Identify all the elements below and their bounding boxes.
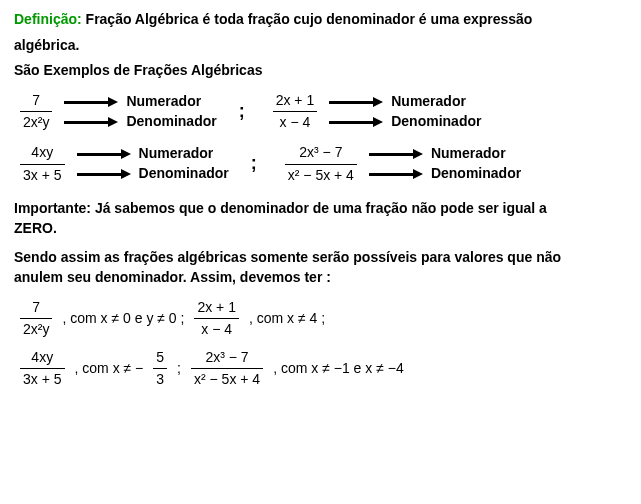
condition-row-1: 7 2x²y , com x ≠ 0 e y ≠ 0 ; 2x + 1 x − … xyxy=(14,298,627,340)
arrow-icon xyxy=(77,150,131,158)
denominator-label: Denominador xyxy=(431,164,521,184)
numerator-label: Numerador xyxy=(391,92,466,112)
fraction-4: 2x³ − 7 x² − 5x + 4 xyxy=(285,143,357,185)
important-line1: Já sabemos que o denominador de uma fraç… xyxy=(95,200,547,216)
arrow-icon xyxy=(64,118,118,126)
arrow-icon xyxy=(329,98,383,106)
condition-intro: Sendo assim as frações algébricas soment… xyxy=(14,248,627,287)
cond-text-2: , com x ≠ 4 ; xyxy=(249,309,325,329)
cond-fraction-1: 7 2x²y xyxy=(20,298,52,340)
fraction-1-denominator: 2x²y xyxy=(20,113,52,133)
denominator-label: Denominador xyxy=(139,164,229,184)
fraction-4-numerator: 2x³ − 7 xyxy=(296,143,345,163)
inline-fraction-5-3: 5 3 xyxy=(153,348,167,390)
example-1: 7 2x²y Numerador Denominador xyxy=(14,91,217,133)
definition-line: Definição: Fração Algébrica é toda fraçã… xyxy=(14,10,627,30)
definition-label: Definição: xyxy=(14,11,82,27)
denominator-label: Denominador xyxy=(391,112,481,132)
important-paragraph: Importante: Já sabemos que o denominador… xyxy=(14,199,627,238)
condition-line2: anulem seu denominador. Assim, devemos t… xyxy=(14,269,331,285)
fraction-2-denominator: x − 4 xyxy=(277,113,314,133)
important-line2: ZERO. xyxy=(14,220,57,236)
example-2: 2x + 1 x − 4 Numerador Denominador xyxy=(267,91,482,133)
definition-text-b: algébrica. xyxy=(14,36,627,56)
example-3: 4xy 3x + 5 Numerador Denominador xyxy=(14,143,229,185)
examples-title: São Exemplos de Frações Algébricas xyxy=(14,61,627,81)
definition-text-a: Fração Algébrica é toda fração cujo deno… xyxy=(86,11,533,27)
fraction-3-numerator: 4xy xyxy=(28,143,56,163)
example-row-1: 7 2x²y Numerador Denominador ; 2x + 1 x … xyxy=(14,91,627,133)
important-prefix: Importante: xyxy=(14,200,91,216)
fraction-2-numerator: 2x + 1 xyxy=(273,91,318,111)
fraction-4-denominator: x² − 5x + 4 xyxy=(285,166,357,186)
fraction-1-numerator: 7 xyxy=(29,91,43,111)
fraction-1: 7 2x²y xyxy=(20,91,52,133)
cond-fraction-3: 4xy 3x + 5 xyxy=(20,348,65,390)
fraction-3: 4xy 3x + 5 xyxy=(20,143,65,185)
cond-text-3b: ; xyxy=(177,359,181,379)
arrow-icon xyxy=(329,118,383,126)
fraction-2: 2x + 1 x − 4 xyxy=(273,91,318,133)
example-row-2: 4xy 3x + 5 Numerador Denominador ; 2x³ −… xyxy=(14,143,627,185)
arrow-icon xyxy=(64,98,118,106)
cond-text-4: , com x ≠ −1 e x ≠ −4 xyxy=(273,359,404,379)
example-4: 2x³ − 7 x² − 5x + 4 Numerador Denominado… xyxy=(279,143,521,185)
cond-fraction-2: 2x + 1 x − 4 xyxy=(194,298,239,340)
cond-text-3a: , com x ≠ − xyxy=(75,359,144,379)
numerator-label: Numerador xyxy=(126,92,201,112)
arrow-icon xyxy=(77,170,131,178)
cond-text-1: , com x ≠ 0 e y ≠ 0 ; xyxy=(62,309,184,329)
numerator-label: Numerador xyxy=(139,144,214,164)
condition-line1: Sendo assim as frações algébricas soment… xyxy=(14,249,561,265)
fraction-3-denominator: 3x + 5 xyxy=(20,166,65,186)
separator: ; xyxy=(251,151,257,176)
examples-block: 7 2x²y Numerador Denominador ; 2x + 1 x … xyxy=(14,91,627,185)
cond-fraction-4: 2x³ − 7 x² − 5x + 4 xyxy=(191,348,263,390)
numerator-label: Numerador xyxy=(431,144,506,164)
arrow-icon xyxy=(369,170,423,178)
denominator-label: Denominador xyxy=(126,112,216,132)
condition-row-2: 4xy 3x + 5 , com x ≠ − 5 3 ; 2x³ − 7 x² … xyxy=(14,348,627,390)
arrow-icon xyxy=(369,150,423,158)
separator: ; xyxy=(239,99,245,124)
